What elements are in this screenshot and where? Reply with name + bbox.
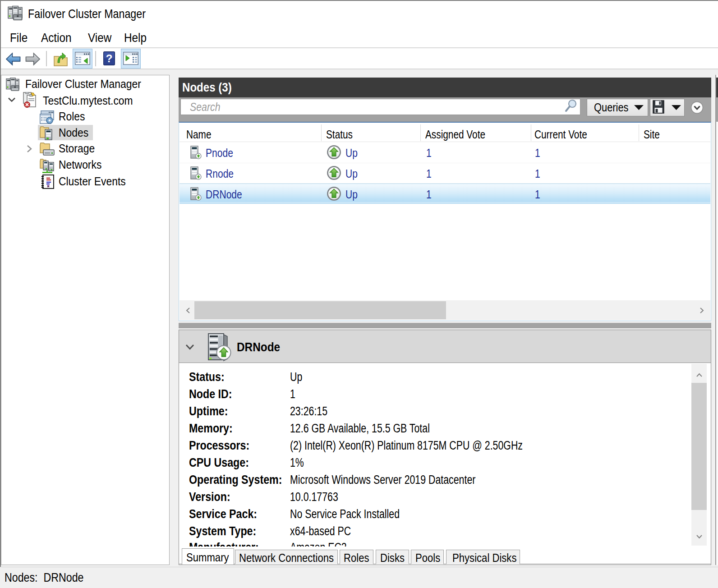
- svg-text:?: ?: [106, 52, 113, 64]
